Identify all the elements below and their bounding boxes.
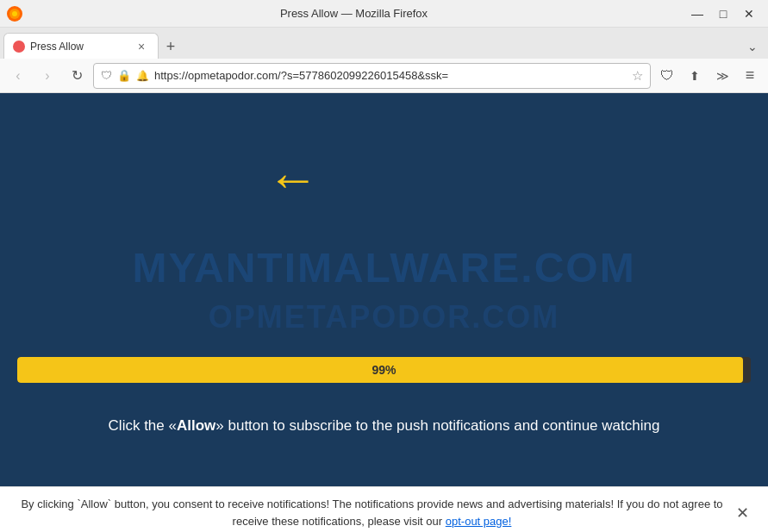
url-text: https://opmetapodor.com/?s=5778602099226…: [154, 69, 627, 82]
tab-close-button[interactable]: ×: [134, 39, 149, 54]
notification-main-text: By clicking `Allow` button, you consent …: [21, 498, 722, 528]
cta-prefix: Click the «: [109, 417, 177, 434]
extensions-button[interactable]: ≫: [709, 63, 735, 89]
bookmark-star-icon[interactable]: ☆: [632, 68, 643, 84]
tab-overflow-button[interactable]: ⌄: [740, 34, 765, 59]
cta-text: Click the «Allow» button to subscribe to…: [0, 417, 768, 435]
titlebar-left: [7, 6, 22, 22]
maximize-button[interactable]: □: [711, 3, 735, 24]
svg-point-2: [12, 11, 17, 16]
address-bar[interactable]: 🛡 🔒 🔔 https://opmetapodor.com/?s=5778602…: [93, 63, 651, 89]
titlebar: Press Allow — Mozilla Firefox — □ ✕: [0, 0, 768, 28]
tab-label: Press Allow: [30, 41, 128, 53]
notification-text: By clicking `Allow` button, you consent …: [14, 496, 730, 529]
notification-close-button[interactable]: ✕: [730, 501, 754, 525]
share-button[interactable]: ⬆: [682, 63, 708, 89]
left-arrow-icon: ←: [267, 150, 319, 208]
back-button[interactable]: ‹: [5, 63, 31, 89]
nav-extras: 🛡 ⬆ ≫ ≡: [654, 63, 763, 89]
cta-allow-word: Allow: [177, 417, 215, 434]
notification-bar: By clicking `Allow` button, you consent …: [0, 486, 768, 532]
new-tab-button[interactable]: +: [159, 34, 183, 59]
arrow-container: ←: [267, 153, 319, 205]
watermark-line-1: MYANTIMALWARE.COM: [132, 246, 635, 291]
cta-suffix: » button to subscribe to the push notifi…: [215, 417, 659, 434]
close-button[interactable]: ✕: [737, 3, 761, 24]
forward-button[interactable]: ›: [34, 63, 60, 89]
content-area: MYANTIMALWARE.COM OPMETAPODOR.COM ← 99% …: [0, 93, 768, 486]
watermark-line-2: OPMETAPODOR.COM: [209, 300, 559, 335]
tab-favicon: [13, 41, 25, 53]
notification-permission-icon: 🔔: [136, 70, 149, 82]
firefox-icon: [7, 6, 22, 22]
minimize-button[interactable]: —: [685, 3, 709, 24]
navbar: ‹ › ↻ 🛡 🔒 🔔 https://opmetapodor.com/?s=5…: [0, 59, 768, 93]
tabbar: Press Allow × + ⌄: [0, 28, 768, 59]
titlebar-title: Press Allow — Mozilla Firefox: [22, 7, 685, 20]
tracking-protection-icon: 🛡: [101, 69, 112, 82]
opt-out-link[interactable]: opt-out page!: [446, 515, 512, 528]
reload-button[interactable]: ↻: [64, 63, 90, 89]
lock-icon: 🔒: [117, 69, 131, 82]
progress-container: 99%: [17, 357, 751, 383]
progress-bar-track: 99%: [17, 357, 751, 383]
pocket-button[interactable]: 🛡: [654, 63, 680, 89]
menu-button[interactable]: ≡: [737, 63, 763, 89]
progress-label: 99%: [372, 363, 396, 377]
titlebar-buttons: — □ ✕: [685, 3, 761, 24]
active-tab[interactable]: Press Allow ×: [3, 33, 159, 59]
